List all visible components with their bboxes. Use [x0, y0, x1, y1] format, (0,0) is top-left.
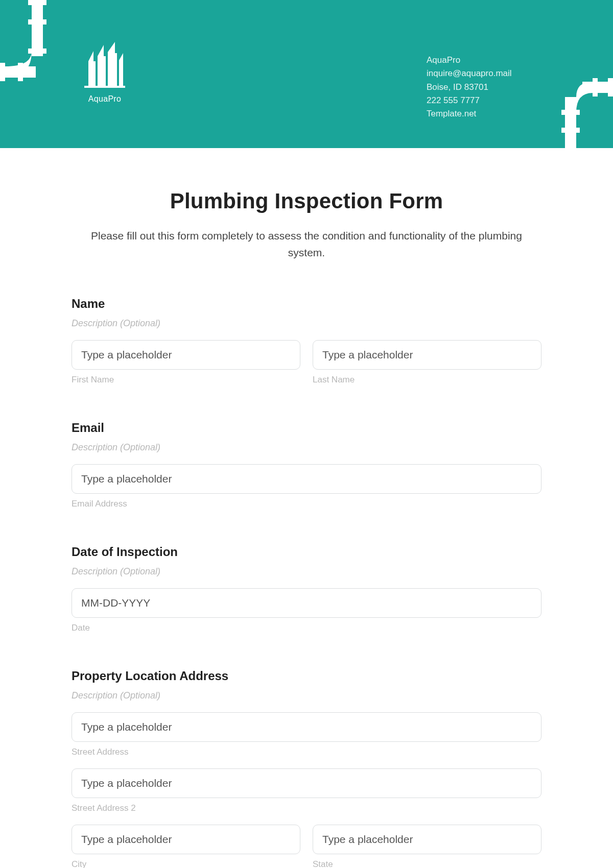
- date-input[interactable]: [72, 588, 541, 618]
- city-input[interactable]: [72, 825, 300, 854]
- name-desc: Description (Optional): [72, 318, 541, 329]
- email-desc: Description (Optional): [72, 442, 541, 453]
- page-subtitle: Please fill out this form completely to …: [72, 228, 541, 261]
- company-website: Template.net: [427, 107, 512, 120]
- state-input[interactable]: [313, 825, 541, 854]
- svg-marker-20: [119, 53, 123, 87]
- email-label: Email: [72, 421, 541, 435]
- svg-rect-19: [115, 53, 117, 87]
- page-title: Plumbing Inspection Form: [72, 189, 541, 213]
- logo-caption: AquaPro: [79, 94, 130, 104]
- email-sublabel: Email Address: [72, 499, 541, 509]
- street-sublabel: Street Address: [72, 747, 541, 757]
- first-name-input[interactable]: [72, 340, 300, 370]
- company-email: inquire@aquapro.mail: [427, 67, 512, 80]
- pipe-left-icon: [0, 0, 56, 89]
- svg-rect-9: [593, 78, 598, 97]
- company-logo: AquaPro: [79, 41, 130, 104]
- company-address: Boise, ID 83701: [427, 81, 512, 94]
- svg-rect-4: [0, 63, 5, 81]
- last-name-input[interactable]: [313, 340, 541, 370]
- first-name-sublabel: First Name: [72, 375, 300, 385]
- section-name: Name Description (Optional) First Name L…: [72, 297, 541, 385]
- last-name-sublabel: Last Name: [313, 375, 541, 385]
- svg-rect-10: [565, 97, 576, 148]
- svg-rect-6: [28, 49, 46, 54]
- city-sublabel: City: [72, 859, 300, 868]
- address-desc: Description (Optional): [72, 690, 541, 701]
- form-page: Plumbing Inspection Form Please fill out…: [72, 148, 541, 868]
- company-info: AquaPro inquire@aquapro.mail Boise, ID 8…: [427, 54, 512, 121]
- svg-rect-0: [32, 0, 43, 56]
- date-label: Date of Inspection: [72, 545, 541, 559]
- svg-marker-18: [108, 42, 115, 87]
- building-icon: [79, 41, 130, 89]
- address-label: Property Location Address: [72, 669, 541, 683]
- date-sublabel: Date: [72, 623, 541, 633]
- state-sublabel: State: [313, 859, 541, 868]
- street-input[interactable]: [72, 712, 541, 742]
- section-email: Email Description (Optional) Email Addre…: [72, 421, 541, 509]
- svg-rect-2: [28, 19, 46, 25]
- company-name: AquaPro: [427, 54, 512, 67]
- section-address: Property Location Address Description (O…: [72, 669, 541, 868]
- section-date: Date of Inspection Description (Optional…: [72, 545, 541, 633]
- svg-rect-12: [561, 128, 580, 133]
- svg-rect-1: [28, 0, 46, 5]
- svg-marker-16: [98, 45, 104, 87]
- street2-sublabel: Street Address 2: [72, 803, 541, 813]
- date-desc: Description (Optional): [72, 566, 541, 577]
- svg-rect-21: [84, 86, 125, 88]
- pipe-right-icon: [547, 56, 613, 148]
- company-phone: 222 555 7777: [427, 94, 512, 107]
- svg-marker-14: [88, 51, 93, 87]
- header-banner: AquaPro AquaPro inquire@aquapro.mail Boi…: [0, 0, 613, 148]
- svg-rect-15: [93, 61, 96, 87]
- email-input[interactable]: [72, 464, 541, 494]
- svg-rect-17: [104, 56, 106, 87]
- street2-input[interactable]: [72, 768, 541, 798]
- svg-rect-13: [561, 110, 580, 115]
- name-label: Name: [72, 297, 541, 311]
- svg-rect-8: [608, 78, 613, 97]
